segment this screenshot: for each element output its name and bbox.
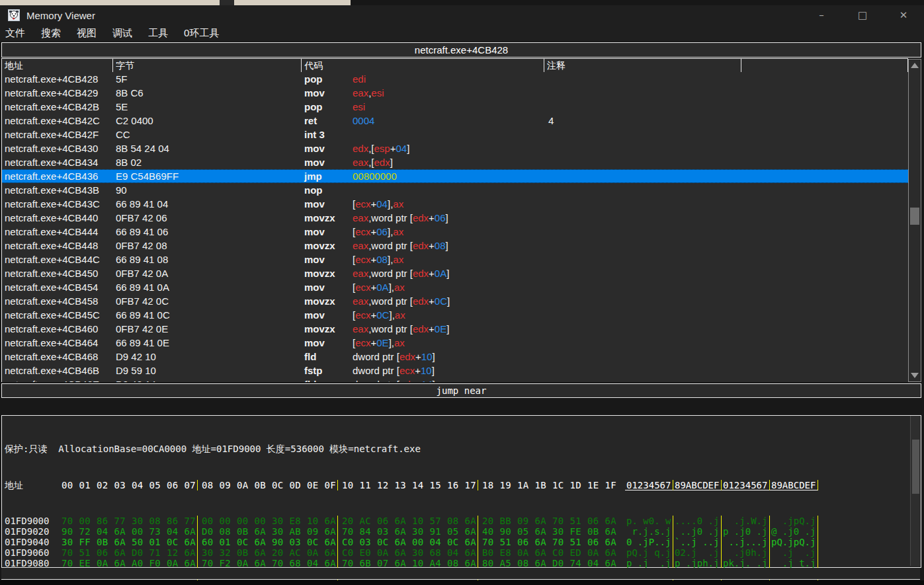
disasm-scrollbar[interactable] bbox=[908, 59, 921, 382]
hex-row[interactable]: 01FD902090 72 04 6A 00 73 04 6AD0 08 0B … bbox=[2, 526, 921, 537]
disasm-operands: eax,word ptr [edx+0C] bbox=[353, 294, 547, 308]
disasm-row[interactable]: netcraft.exe+4CB43C66 89 41 04mov[ecx+04… bbox=[2, 197, 909, 211]
disasm-row[interactable]: netcraft.exe+4CB4480FB7 42 08movzxeax,wo… bbox=[2, 239, 909, 253]
hex-row-address: 01FD9040 bbox=[2, 537, 58, 547]
disasm-row[interactable]: netcraft.exe+4CB42FCCint 3 bbox=[2, 128, 909, 141]
disasm-row[interactable]: netcraft.exe+4CB45C66 89 41 0Cmov[ecx+0C… bbox=[2, 308, 909, 322]
operand-token: ] bbox=[446, 240, 448, 251]
operand-token: eax bbox=[353, 240, 368, 251]
disasm-bytes: 66 89 41 08 bbox=[116, 253, 304, 266]
disasm-row[interactable]: netcraft.exe+4CB43B90nop bbox=[2, 183, 909, 197]
disasm-bytes: 8B 02 bbox=[116, 155, 304, 169]
disasm-row[interactable]: netcraft.exe+4CB468D9 42 10flddword ptr … bbox=[2, 350, 909, 364]
hex-row[interactable]: 01FD906070 51 06 6A D0 71 12 6A30 32 0B … bbox=[2, 547, 921, 558]
menu-item-debug[interactable]: 调试 bbox=[105, 27, 140, 40]
operand-token: ecx bbox=[355, 337, 370, 348]
menu-item-file[interactable]: 文件 bbox=[0, 27, 33, 40]
scrollbar-down-icon[interactable] bbox=[911, 373, 919, 378]
disasm-current-address-header[interactable]: netcraft.exe+4CB428 bbox=[1, 42, 921, 58]
disasm-row[interactable]: netcraft.exe+4CB4580FB7 42 0Cmovzxeax,wo… bbox=[2, 294, 909, 308]
operand-token: ax bbox=[393, 198, 403, 210]
disasm-mnemonic: ret bbox=[304, 114, 353, 128]
operand-token: edx bbox=[413, 268, 429, 279]
disasm-row[interactable]: netcraft.exe+4CB4298B C6moveax,esi bbox=[2, 86, 909, 100]
scrollbar-up-icon[interactable] bbox=[911, 63, 919, 68]
disasm-bytes: 0FB7 42 08 bbox=[116, 239, 304, 253]
menu-item-ring0-tools[interactable]: 0环工具 bbox=[176, 27, 227, 40]
column-header-comment[interactable]: 注释 bbox=[544, 59, 741, 72]
disasm-row[interactable]: netcraft.exe+4CB46BD9 59 10fstpdword ptr… bbox=[2, 364, 909, 377]
disasm-operands: eax,word ptr [edx+06] bbox=[353, 211, 547, 225]
hex-ascii-labels-2: 01234567 bbox=[722, 480, 770, 490]
disasm-bytes: 66 89 41 0A bbox=[116, 280, 304, 294]
disasm-row[interactable]: netcraft.exe+4CB44466 89 41 06mov[ecx+06… bbox=[2, 225, 909, 239]
disasm-mnemonic: mov bbox=[304, 197, 353, 211]
disasm-address: netcraft.exe+4CB43C bbox=[2, 197, 116, 211]
disasm-row[interactable]: netcraft.exe+4CB45466 89 41 0Amov[ecx+0A… bbox=[2, 280, 909, 294]
disasm-row[interactable]: netcraft.exe+4CB46ED9 42 14flddword ptr … bbox=[2, 377, 909, 382]
operand-token: 14 bbox=[421, 379, 433, 382]
hex-byte-group: D0 08 0B 6A 30 AB 09 6A bbox=[198, 526, 338, 537]
menu-item-search[interactable]: 搜索 bbox=[33, 27, 69, 40]
hex-scrollbar-thumb[interactable] bbox=[912, 440, 919, 494]
menu-item-tools[interactable]: 工具 bbox=[140, 27, 176, 40]
disasm-row[interactable]: netcraft.exe+4CB4500FB7 42 0Amovzxeax,wo… bbox=[2, 266, 909, 280]
disasm-mnemonic: fstp bbox=[304, 364, 353, 377]
disasm-row[interactable]: netcraft.exe+4CB44C66 89 41 08mov[ecx+08… bbox=[2, 253, 909, 266]
disasm-row[interactable]: netcraft.exe+4CB4400FB7 42 06movzxeax,wo… bbox=[2, 211, 909, 225]
disasm-row[interactable]: netcraft.exe+4CB4600FB7 42 0Emovzxeax,wo… bbox=[2, 322, 909, 336]
disasm-bytes: 66 89 41 0C bbox=[116, 308, 304, 322]
disasm-row[interactable]: netcraft.exe+4CB4348B 02moveax,[edx] bbox=[2, 155, 909, 169]
operand-token: ecx bbox=[399, 365, 415, 376]
operand-token: ecx bbox=[355, 254, 370, 265]
disasm-mnemonic: movzx bbox=[304, 266, 353, 280]
disasm-mnemonic: mov bbox=[304, 141, 353, 155]
disasm-address: netcraft.exe+4CB468 bbox=[2, 350, 116, 364]
disasm-scrollbar-thumb[interactable] bbox=[910, 208, 919, 225]
memory-region-info: 保护:只读 AllocationBase=00CA0000 地址=01FD900… bbox=[2, 443, 921, 455]
operand-token: ecx bbox=[355, 226, 370, 237]
hex-scrollbar[interactable] bbox=[910, 416, 921, 566]
hex-byte-group: 80 A5 08 6A D0 74 04 6A bbox=[478, 558, 618, 568]
operand-token: ax bbox=[394, 282, 405, 293]
disasm-row-selected[interactable]: netcraft.exe+4CB436E9 C54B69FFjmp0080000… bbox=[2, 169, 909, 183]
app-icon bbox=[8, 9, 20, 21]
close-button[interactable]: ✕ bbox=[883, 5, 924, 25]
operand-token: ], bbox=[389, 282, 394, 293]
disasm-operands: [ecx+08],ax bbox=[353, 253, 547, 266]
menu-item-view[interactable]: 视图 bbox=[69, 27, 105, 40]
disasm-bytes: 8B 54 24 04 bbox=[116, 141, 304, 155]
operand-token: ] bbox=[447, 295, 450, 307]
disasm-row[interactable]: netcraft.exe+4CB4285Fpopedi bbox=[2, 72, 909, 86]
hex-row[interactable]: 01FD900070 00 86 77 30 08 86 7700 00 00 … bbox=[2, 516, 921, 526]
disasm-row[interactable]: netcraft.exe+4CB42CC2 0400ret00044 bbox=[2, 114, 909, 128]
operand-token: esi bbox=[371, 87, 384, 98]
hex-ascii-group: ....0 .j bbox=[673, 516, 722, 526]
hex-ascii-labels-1: 89ABCDEF bbox=[673, 480, 722, 490]
maximize-button[interactable]: □ bbox=[842, 5, 883, 25]
operand-token: ecx bbox=[355, 309, 370, 321]
taskbar-sliver bbox=[0, 580, 924, 585]
operand-token: ,[ bbox=[368, 143, 374, 154]
disasm-mnemonic: movzx bbox=[304, 239, 353, 253]
disasm-address: netcraft.exe+4CB43B bbox=[2, 183, 116, 197]
operand-token: 0A bbox=[376, 282, 388, 293]
hex-ascii-labels-0: 01234567 bbox=[625, 480, 673, 490]
operand-token: 0004 bbox=[353, 115, 374, 126]
column-header-bytes[interactable]: 字节 bbox=[113, 59, 302, 72]
hex-byte-group: 90 72 04 6A 00 73 04 6A bbox=[58, 526, 198, 537]
disasm-row[interactable]: netcraft.exe+4CB42B5Epopesi bbox=[2, 100, 909, 114]
disasm-operands: eax,[edx] bbox=[353, 155, 547, 169]
hex-row[interactable]: 01FD908070 EE 0A 6A A0 F0 0A 6A70 F2 0A … bbox=[2, 558, 921, 568]
column-header-address[interactable]: 地址 bbox=[2, 59, 113, 72]
disasm-operands bbox=[353, 183, 547, 197]
disasm-mnemonic: fld bbox=[304, 377, 353, 382]
hex-ascii-group: .j0h.j bbox=[722, 547, 770, 558]
disasm-row[interactable]: netcraft.exe+4CB46466 89 41 0Emov[ecx+0E… bbox=[2, 336, 909, 350]
column-header-code[interactable]: 代码 bbox=[302, 59, 544, 72]
disasm-mnemonic: movzx bbox=[304, 322, 353, 336]
minimize-button[interactable]: – bbox=[801, 5, 842, 25]
operand-token: ], bbox=[389, 337, 394, 348]
disasm-row[interactable]: netcraft.exe+4CB4308B 54 24 04movedx,[es… bbox=[2, 141, 909, 155]
hex-row[interactable]: 01FD904030 FF 0B 6A 50 01 0C 6A60 01 0C … bbox=[2, 537, 921, 547]
